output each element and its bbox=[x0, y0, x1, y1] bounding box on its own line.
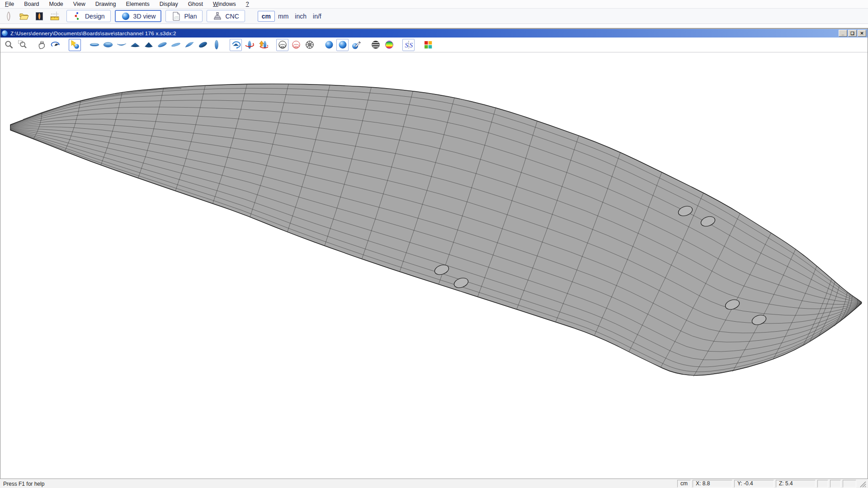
design-button[interactable]: Design bbox=[66, 10, 111, 22]
rainbow-sphere-icon[interactable] bbox=[383, 39, 395, 51]
unit-cm[interactable]: cm bbox=[258, 11, 275, 22]
view-toolbar: SS bbox=[0, 38, 868, 52]
unit-mm[interactable]: mm bbox=[275, 12, 292, 21]
sphere-icon bbox=[121, 11, 131, 21]
menu-ghost[interactable]: Ghost bbox=[183, 1, 208, 7]
wireframe-sphere-icon[interactable] bbox=[276, 39, 288, 51]
menu-mode[interactable]: Mode bbox=[44, 1, 68, 7]
window-controls-slot: _❏✕ bbox=[838, 30, 866, 37]
open-folder-icon[interactable] bbox=[16, 10, 32, 23]
document-title: Z:\Users\dennery\Documents\Boards\save\s… bbox=[10, 31, 835, 36]
plan-button[interactable]: Plan bbox=[165, 10, 203, 22]
status-panel-empty bbox=[830, 480, 841, 488]
menu-help[interactable]: ? bbox=[241, 1, 254, 7]
dimensions-icon[interactable] bbox=[47, 10, 62, 23]
mesh-sphere-icon[interactable] bbox=[303, 39, 316, 51]
menu-board[interactable]: Board bbox=[19, 1, 44, 7]
mode-button-label: CNC bbox=[225, 13, 239, 20]
symmetry-icon[interactable]: SS bbox=[402, 39, 415, 51]
restore-button[interactable]: ❏ bbox=[848, 30, 857, 37]
menu-view[interactable]: View bbox=[68, 1, 90, 7]
view-outline-flat-icon[interactable] bbox=[88, 39, 100, 51]
striped-sphere-icon[interactable] bbox=[369, 39, 382, 51]
status-panel-x: X: 8.8 bbox=[693, 480, 732, 488]
new-board-icon[interactable] bbox=[1, 10, 16, 23]
orbit-rotate-icon[interactable] bbox=[49, 39, 61, 51]
zoom-window-icon[interactable] bbox=[16, 39, 28, 51]
view-perspective-3-icon[interactable] bbox=[183, 39, 195, 51]
mode-button-label: Design bbox=[85, 13, 105, 20]
view-side-icon[interactable] bbox=[210, 39, 222, 51]
cnc-button[interactable]: CNC bbox=[207, 10, 245, 22]
svg-text:S: S bbox=[405, 42, 408, 49]
solid-sphere-2-icon[interactable] bbox=[336, 39, 349, 51]
view-perspective-4-icon[interactable] bbox=[197, 39, 209, 51]
color-squares-icon[interactable] bbox=[422, 39, 434, 51]
view-outline-icon[interactable] bbox=[102, 39, 114, 51]
wireframe-sphere-red-icon[interactable] bbox=[290, 39, 302, 51]
document-icon bbox=[2, 30, 8, 36]
resize-grip-icon[interactable] bbox=[859, 480, 866, 488]
svg-text:S: S bbox=[409, 42, 413, 49]
unit-in-f[interactable]: in/f bbox=[310, 12, 325, 21]
status-panel-z: Z: 5.4 bbox=[776, 480, 816, 488]
status-panels-slot: cmX: 8.8Y: -0.4Z: 5.4 bbox=[675, 480, 856, 488]
surfboard-3d-wireframe[interactable] bbox=[0, 52, 868, 479]
file-icons-slot bbox=[1, 10, 62, 23]
menu-bar: FileBoardModeViewDrawingElementsDisplayG… bbox=[0, 0, 868, 9]
solid-sphere-icon[interactable] bbox=[323, 39, 335, 51]
unit-selector: cmmminchin/f bbox=[258, 11, 325, 22]
document-window: Z:\Users\dennery\Documents\Boards\save\s… bbox=[0, 28, 868, 479]
spin-horizontal-icon[interactable] bbox=[243, 39, 255, 51]
mode-buttons-slot: Design3D viewPlanCNC bbox=[62, 10, 245, 22]
view-perspective-2-icon[interactable] bbox=[170, 39, 182, 51]
status-panel-y: Y: -0.4 bbox=[734, 480, 774, 488]
toolbar-gap bbox=[0, 24, 868, 28]
unit-inch[interactable]: inch bbox=[292, 12, 310, 21]
3d-view-button[interactable]: 3D view bbox=[115, 10, 162, 22]
view-front-icon[interactable] bbox=[129, 39, 141, 51]
units-slot: cmmminchin/f bbox=[245, 11, 325, 22]
menu-file[interactable]: File bbox=[0, 1, 19, 7]
rotate-view-icon[interactable] bbox=[230, 39, 242, 51]
menu-windows[interactable]: Windows bbox=[208, 1, 241, 7]
select-3d-icon[interactable] bbox=[69, 39, 81, 51]
main-toolbar: Design3D viewPlanCNC cmmminchin/f bbox=[0, 9, 868, 24]
view-back-icon[interactable] bbox=[142, 39, 155, 51]
document-title-bar: Z:\Users\dennery\Documents\Boards\save\s… bbox=[0, 29, 868, 38]
flip-vertical-icon[interactable] bbox=[257, 39, 269, 51]
viewport-3d[interactable] bbox=[0, 52, 868, 479]
mode-button-label: 3D view bbox=[133, 13, 156, 20]
view-perspective-1-icon[interactable] bbox=[156, 39, 168, 51]
plan-icon bbox=[171, 11, 181, 21]
pan-hand-icon[interactable] bbox=[36, 39, 48, 51]
status-panel-cm: cm bbox=[677, 480, 691, 488]
zoom-icon[interactable] bbox=[3, 39, 15, 51]
status-panel-empty bbox=[817, 480, 828, 488]
status-help-text: Press F1 for help bbox=[2, 481, 44, 487]
menu-drawing[interactable]: Drawing bbox=[90, 1, 121, 7]
close-button[interactable]: ✕ bbox=[858, 30, 866, 37]
mode-button-label: Plan bbox=[184, 13, 197, 20]
design-icon bbox=[72, 11, 82, 21]
paint-sphere-icon[interactable] bbox=[350, 39, 362, 51]
cnc-icon bbox=[212, 11, 222, 21]
status-bar: Press F1 for help cmX: 8.8Y: -0.4Z: 5.4 bbox=[0, 479, 868, 488]
menu-display[interactable]: Display bbox=[155, 1, 183, 7]
status-panel-empty bbox=[843, 480, 856, 488]
minimize-button[interactable]: _ bbox=[839, 30, 847, 37]
menu-elements[interactable]: Elements bbox=[121, 1, 155, 7]
save-icon[interactable] bbox=[32, 10, 47, 23]
view-rocker-icon[interactable] bbox=[115, 39, 127, 51]
